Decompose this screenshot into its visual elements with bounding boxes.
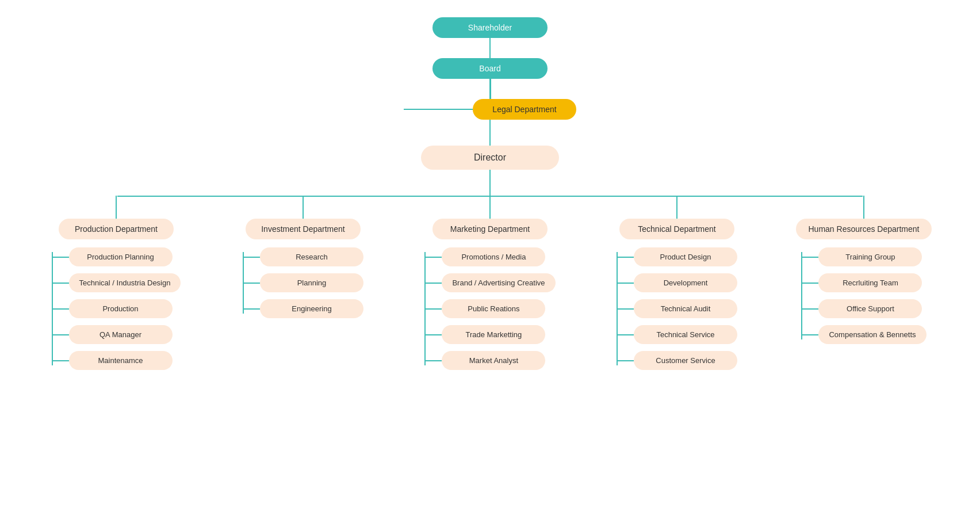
legal-node: Legal Department	[473, 99, 576, 120]
prod-child-1: Technical / Industria Design	[53, 273, 181, 292]
dept-columns: Production Department Production Plannin…	[30, 196, 950, 373]
tech-child-4: Customer Service	[618, 351, 737, 370]
invest-children-bracket: Research Planning Engineering	[243, 244, 363, 322]
tech-children-bracket: Product Design Development Technical Aud…	[617, 244, 737, 373]
top-h-bar	[117, 196, 863, 197]
h-line-legal	[404, 109, 473, 110]
hr-child-0: Training Group	[802, 247, 926, 266]
tech-child-3: Technical Service	[618, 325, 737, 344]
hr-children-bracket: Training Group Recrluiting Team Office S…	[801, 244, 926, 348]
marketing-column: Marketing Department Promotions / Media …	[404, 196, 576, 373]
v-hr	[863, 196, 864, 219]
prod-child-3: QA Manager	[53, 325, 181, 344]
hr-child-2: Office Support	[802, 299, 926, 318]
hr-child-1: Recrluiting Team	[802, 273, 926, 292]
mkt-children-list: Promotions / Media Brand / Advertising C…	[426, 244, 555, 373]
prod-child-0: Production Planning	[53, 247, 181, 266]
tech-child-1: Development	[618, 273, 737, 292]
shareholder-node: Shareholder	[432, 17, 548, 38]
investment-dept-node: Investment Department	[246, 219, 361, 239]
legal-row: Legal Department	[404, 99, 576, 120]
prod-child-2: Production	[53, 299, 181, 318]
prod-child-4: Maintenamce	[53, 351, 181, 370]
hr-child-3: Compensation & Bennetts	[802, 325, 926, 344]
mkt-child-4: Market Analyst	[426, 351, 555, 370]
invest-child-2: Engineering	[244, 299, 363, 318]
technical-dept-node: Technical Department	[619, 219, 734, 239]
invest-child-1: Planning	[244, 273, 363, 292]
mkt-child-3: Trade Marketting	[426, 325, 555, 344]
v-mkt	[489, 196, 491, 219]
v-line-3	[489, 120, 491, 146]
v-prod	[116, 196, 117, 219]
production-column: Production Department Production Plannin…	[30, 196, 202, 373]
prod-children-list: Production Planning Technical / Industri…	[53, 244, 181, 373]
production-dept-node: Production Department	[59, 219, 174, 239]
investment-column: Investment Department Research Planning	[223, 196, 384, 373]
mkt-child-0: Promotions / Media	[426, 247, 555, 266]
hr-dept-node: Human Resources Department	[796, 219, 932, 239]
tech-child-2: Technical Audit	[618, 299, 737, 318]
tech-child-0: Product Design	[618, 247, 737, 266]
hr-column: Human Resources Department Training Grou…	[778, 196, 950, 373]
v-line-1	[489, 38, 491, 58]
board-node: Board	[432, 58, 548, 79]
hr-children-list: Training Group Recrluiting Team Office S…	[802, 244, 926, 348]
invest-children-list: Research Planning Engineering	[244, 244, 363, 322]
tech-children-list: Product Design Development Technical Aud…	[618, 244, 737, 373]
v-line-4	[489, 170, 491, 196]
v-tech	[676, 196, 677, 219]
mkt-child-1: Brand / Advertising Creative	[426, 273, 555, 292]
v-invest	[303, 196, 304, 219]
technical-column: Technical Department Product Design Deve…	[596, 196, 757, 373]
departments-section: Production Department Production Plannin…	[30, 196, 950, 373]
mkt-child-2: Public Reations	[426, 299, 555, 318]
director-node: Director	[421, 146, 559, 170]
marketing-dept-node: Marketing Department	[432, 219, 548, 239]
org-chart: Shareholder Board Legal Department Direc…	[0, 0, 980, 391]
prod-children-bracket: Production Planning Technical / Industri…	[52, 244, 181, 373]
invest-child-0: Research	[244, 247, 363, 266]
mkt-children-bracket: Promotions / Media Brand / Advertising C…	[424, 244, 555, 373]
v-line-legal-top	[490, 79, 491, 99]
